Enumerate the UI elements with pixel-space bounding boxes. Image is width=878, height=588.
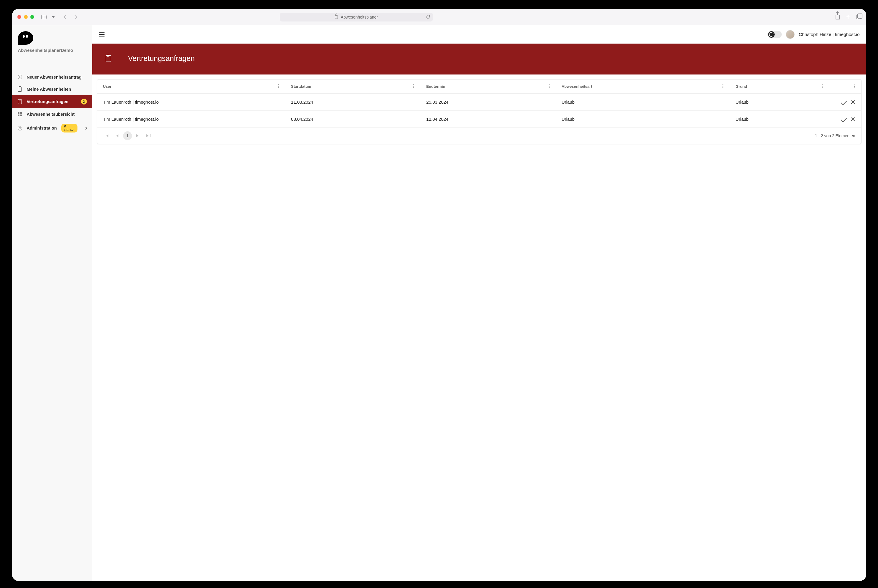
sidebar-toggle-icon[interactable] — [41, 15, 47, 19]
avatar[interactable] — [786, 30, 795, 39]
column-header-reason[interactable]: Grund — [729, 80, 828, 94]
menu-toggle-button[interactable] — [99, 32, 105, 36]
app-name: AbwesenheitsplanerDemo — [18, 48, 86, 53]
column-header-start[interactable]: Startdatum — [285, 80, 420, 94]
plus-circle-icon — [18, 75, 22, 79]
gear-icon — [18, 126, 22, 130]
cell-user: Tim Lauenroth | timeghost.io — [97, 94, 285, 111]
maximize-window-button[interactable] — [30, 15, 34, 19]
sidebar-item-substitution-requests[interactable]: Vertretungsanfragen 2 — [12, 95, 92, 108]
approve-button[interactable] — [841, 99, 847, 105]
column-menu-icon[interactable] — [549, 84, 550, 88]
sidebar-item-label: Vertretungsanfragen — [27, 99, 69, 104]
page-header: Vertretungsanfragen — [92, 44, 866, 75]
clipboard-icon — [18, 87, 22, 92]
topbar: Christoph Hinze | timeghost.io — [92, 26, 866, 44]
tabs-overview-icon[interactable] — [856, 15, 861, 19]
cell-reason: Urlaub — [729, 94, 828, 111]
clipboard-icon — [106, 56, 111, 62]
approve-button[interactable] — [841, 116, 847, 122]
cell-user: Tim Lauenroth | timeghost.io — [97, 111, 285, 128]
share-icon[interactable] — [836, 15, 840, 20]
theme-toggle[interactable] — [768, 31, 782, 38]
cell-start: 11.03.2024 — [285, 94, 420, 111]
column-label: Grund — [735, 84, 747, 88]
address-bar[interactable]: Abwesenheitsplaner — [280, 13, 433, 21]
cell-start: 08.04.2024 — [285, 111, 420, 128]
page-title: Vertretungsanfragen — [128, 54, 195, 63]
window-controls — [17, 15, 34, 19]
sun-icon — [768, 31, 774, 38]
column-header-user[interactable]: User — [97, 80, 285, 94]
cell-type: Urlaub — [556, 111, 730, 128]
page-number-button[interactable]: 1 — [123, 131, 132, 140]
requests-table-card: User Startdatum Endtermin — [97, 79, 861, 144]
page-next-button[interactable] — [133, 131, 142, 140]
nav-back-button[interactable] — [63, 15, 68, 19]
sidebar-item-label: Abwesenheitsübersicht — [27, 112, 75, 117]
cell-reason: Urlaub — [729, 111, 828, 128]
nav-forward-button[interactable] — [73, 15, 77, 19]
cell-type: Urlaub — [556, 94, 730, 111]
sidebar-item-label: Meine Abwesenheiten — [27, 87, 71, 92]
sidebar-nav: Neuer Abwesenheitsantrag Meine Abwesenhe… — [12, 71, 92, 136]
pagination: 1 1 - 2 von 2 Elementen — [97, 128, 861, 144]
reject-button[interactable] — [851, 117, 855, 122]
sidebar-item-my-absences[interactable]: Meine Abwesenheiten — [12, 83, 92, 95]
main-content: Christoph Hinze | timeghost.io Vertretun… — [92, 26, 866, 581]
page-last-button[interactable] — [143, 131, 152, 140]
table-row: Tim Lauenroth | timeghost.io 11.03.2024 … — [97, 94, 861, 111]
table-row: Tim Lauenroth | timeghost.io 08.04.2024 … — [97, 111, 861, 128]
count-badge: 2 — [81, 99, 87, 105]
sidebar-item-absence-overview[interactable]: Abwesenheitsübersicht — [12, 108, 92, 120]
version-badge: V 1.0.1.7 — [61, 124, 78, 132]
column-label: Startdatum — [291, 84, 311, 88]
grid-icon — [18, 112, 22, 116]
app-sidebar: AbwesenheitsplanerDemo Neuer Abwesenheit… — [12, 26, 92, 581]
sidebar-item-label: Neuer Abwesenheitsantrag — [27, 75, 82, 80]
column-menu-icon[interactable] — [822, 84, 823, 88]
column-menu-icon[interactable] — [278, 84, 279, 88]
column-header-type[interactable]: Abwesenheitsart — [556, 80, 730, 94]
close-window-button[interactable] — [17, 15, 21, 19]
column-menu-icon[interactable] — [413, 84, 414, 88]
reject-button[interactable] — [851, 100, 855, 105]
requests-table: User Startdatum Endtermin — [97, 80, 861, 128]
sidebar-item-label: Administration — [27, 126, 57, 130]
column-label: Abwesenheitsart — [562, 84, 592, 88]
column-header-end[interactable]: Endtermin — [420, 80, 555, 94]
column-menu-icon[interactable] — [854, 84, 855, 88]
column-menu-icon[interactable] — [722, 84, 723, 88]
sidebar-item-administration[interactable]: Administration V 1.0.1.7 — [12, 120, 92, 136]
column-label: Endtermin — [426, 84, 445, 88]
cell-end: 25.03.2024 — [420, 94, 555, 111]
browser-window: Abwesenheitsplaner + AbwesenheitsplanerD… — [12, 9, 866, 581]
lock-icon — [335, 15, 338, 19]
app-shell: AbwesenheitsplanerDemo Neuer Abwesenheit… — [12, 26, 866, 581]
browser-chrome: Abwesenheitsplaner + — [12, 9, 866, 26]
chevron-down-icon[interactable] — [52, 16, 55, 18]
sidebar-item-new-request[interactable]: Neuer Abwesenheitsantrag — [12, 71, 92, 83]
page-title: Abwesenheitsplaner — [341, 15, 378, 20]
page-prev-button[interactable] — [113, 131, 122, 140]
app-logo-icon — [18, 31, 33, 45]
column-label: User — [103, 84, 112, 88]
clipboard-icon — [18, 99, 22, 104]
minimize-window-button[interactable] — [24, 15, 28, 19]
chevron-right-icon — [84, 127, 87, 129]
column-header-actions — [829, 80, 861, 94]
page-first-button[interactable] — [103, 131, 112, 140]
pagination-info: 1 - 2 von 2 Elementen — [815, 134, 855, 138]
cell-end: 12.04.2024 — [420, 111, 555, 128]
reload-icon[interactable] — [425, 14, 431, 20]
current-user-label: Christoph Hinze | timeghost.io — [799, 32, 860, 37]
